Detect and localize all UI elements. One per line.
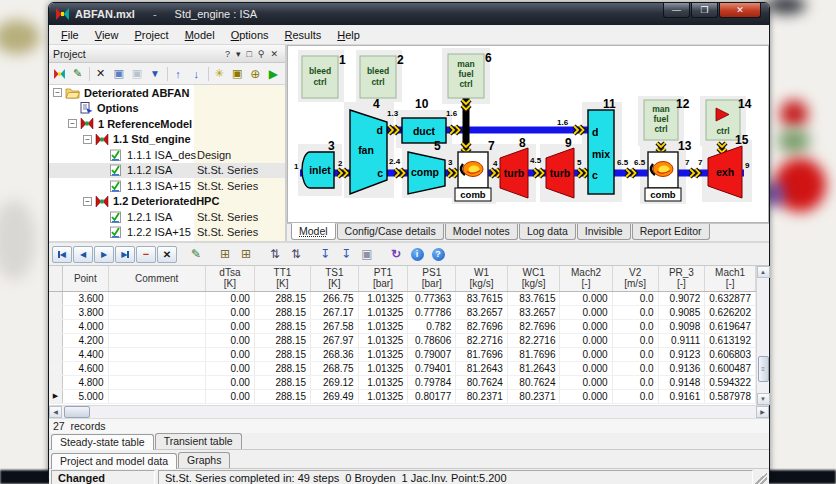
cell-comment[interactable] [108, 389, 205, 403]
cell-w1[interactable]: 82.7696 [456, 319, 508, 333]
cell-tt1[interactable]: 288.15 [254, 291, 310, 305]
cell-tt1[interactable]: 288.15 [254, 333, 310, 347]
cell-pt1[interactable]: 1.01325 [358, 389, 408, 403]
results-table[interactable]: PointCommentdTsa[K]TT1[K]TS1[K]PT1[bar]P… [49, 266, 756, 404]
cell-dtsa[interactable]: 0.00 [205, 347, 254, 361]
edit-case-icon[interactable]: ✎ [69, 65, 86, 83]
cell-ts1[interactable]: 267.58 [311, 319, 359, 333]
cell-mach1[interactable]: 0.587978 [705, 389, 756, 403]
cell-pr_3[interactable]: 0.9148 [658, 375, 705, 389]
table-row[interactable]: 4.2000.00288.15267.971.013250.7860682.27… [49, 333, 756, 347]
center-view-icon[interactable]: ▣ [229, 65, 246, 83]
tab-graphs[interactable]: Graphs [178, 452, 230, 468]
menu-results[interactable]: Results [277, 27, 330, 43]
table-row[interactable]: 4.8000.00288.15269.121.013250.7978480.76… [49, 375, 756, 389]
cell-mach1[interactable]: 0.626202 [705, 305, 756, 319]
menu-file[interactable]: File [53, 27, 87, 43]
cell-point[interactable]: 4.600 [63, 361, 108, 375]
paste-icon[interactable]: ▣ [128, 65, 145, 83]
table-row[interactable]: 4.4000.00288.15268.361.013250.7900781.76… [49, 347, 756, 361]
menu-project[interactable]: Project [126, 27, 176, 43]
panel-close-icon[interactable]: ✕ [267, 49, 281, 59]
cell-comment[interactable] [108, 361, 205, 375]
cell-pt1[interactable]: 1.01325 [358, 375, 408, 389]
column-header-pr_3[interactable]: PR_3[-] [658, 266, 705, 291]
cell-dtsa[interactable]: 0.00 [205, 361, 254, 375]
cell-mach1[interactable]: 0.619647 [705, 319, 756, 333]
cell-v2[interactable]: 0.0 [612, 319, 658, 333]
cell-wc1[interactable]: 80.7624 [507, 375, 560, 389]
cell-mach2[interactable]: 0.000 [560, 389, 612, 403]
cell-wc1[interactable]: 82.7696 [507, 319, 560, 333]
title-bar[interactable]: ABFAN.mxl - Std_engine : ISA — ❐ ✕ [49, 3, 769, 25]
tab-project-and-model-data[interactable]: Project and model data [51, 453, 177, 469]
panel-dropdown-icon[interactable]: ▾ [233, 49, 244, 59]
cell-dtsa[interactable]: 0.00 [205, 389, 254, 403]
move-down-icon[interactable]: ↓ [188, 65, 205, 83]
cell-tt1[interactable]: 288.15 [254, 305, 310, 319]
cell-ps1[interactable]: 0.77786 [408, 305, 456, 319]
cell-wc1[interactable]: 82.2716 [507, 333, 560, 347]
cell-pr_3[interactable]: 0.9072 [658, 291, 705, 305]
export-icon[interactable]: ↧ [315, 245, 335, 263]
record-prev-button[interactable]: ◀ [73, 246, 93, 263]
help-icon[interactable]: ? [428, 245, 448, 263]
cell-ts1[interactable]: 269.12 [311, 375, 359, 389]
cell-comment[interactable] [108, 347, 205, 361]
cell-mach1[interactable]: 0.606803 [705, 347, 756, 361]
cell-pt1[interactable]: 1.01325 [358, 291, 408, 305]
model-canvas[interactable]: bleed ctrl bleed ctrl man fuel ctr [287, 45, 769, 223]
cell-mach2[interactable]: 0.000 [560, 375, 612, 389]
table-row[interactable]: 4.0000.00288.15267.581.013250.78282.7696… [49, 319, 756, 333]
cell-mach2[interactable]: 0.000 [560, 333, 612, 347]
panel-maximize-icon[interactable]: □ [243, 49, 254, 59]
record-first-button[interactable]: ◀ [52, 246, 72, 263]
tab-report-editor[interactable]: Report Editor [632, 224, 710, 240]
cell-comment[interactable] [108, 291, 205, 305]
table-row[interactable]: 3.8000.00288.15267.171.013250.7778683.26… [49, 305, 756, 319]
cell-ts1[interactable]: 267.17 [311, 305, 359, 319]
cell-ps1[interactable]: 0.782 [408, 319, 456, 333]
insert-row-icon[interactable]: ⊞ [215, 245, 235, 263]
menu-model[interactable]: Model [177, 27, 223, 43]
column-header-tt1[interactable]: TT1[K] [254, 266, 310, 291]
tab-config-case-details[interactable]: Config/Case details [337, 224, 444, 240]
cell-dtsa[interactable]: 0.00 [205, 319, 254, 333]
cell-v2[interactable]: 0.0 [612, 333, 658, 347]
save-icon[interactable]: ▼ [146, 65, 163, 83]
cell-point[interactable]: 4.800 [63, 375, 108, 389]
cell-w1[interactable]: 80.7624 [456, 375, 508, 389]
cell-point[interactable]: 4.200 [63, 333, 108, 347]
inlet-component[interactable]: inlet [302, 152, 334, 188]
cell-comment[interactable] [108, 305, 205, 319]
tree-item-1-2-1-isa[interactable]: 1.2.1 ISASt.St. Series [49, 209, 285, 225]
cell-comment[interactable] [108, 333, 205, 347]
tree-item-1-1-3-isa-15[interactable]: 1.1.3 ISA+15St.St. Series [49, 178, 285, 194]
mixer-component[interactable]: d mix c [588, 110, 614, 194]
record-delete-button[interactable]: − [136, 246, 156, 263]
cell-tt1[interactable]: 288.15 [254, 347, 310, 361]
tree-item-1-1-std-engine[interactable]: −1.1 Std_engine [49, 132, 285, 148]
record-cancel-button[interactable]: ✕ [157, 246, 177, 263]
cell-w1[interactable]: 83.2657 [456, 305, 508, 319]
cell-ts1[interactable]: 269.49 [311, 389, 359, 403]
info-icon[interactable]: i [407, 245, 427, 263]
cell-mach1[interactable]: 0.594322 [705, 375, 756, 389]
cell-point[interactable]: 5.000 [63, 389, 108, 403]
cell-pt1[interactable]: 1.01325 [358, 361, 408, 375]
cell-point[interactable]: 3.600 [63, 291, 108, 305]
table-header[interactable]: PointCommentdTsa[K]TT1[K]TS1[K]PT1[bar]P… [49, 266, 756, 291]
column-header-v2[interactable]: V2[m/s] [612, 266, 658, 291]
scroll-right-icon[interactable]: ▶ [756, 406, 769, 418]
cell-v2[interactable]: 0.0 [612, 361, 658, 375]
scroll-up-icon[interactable]: ▲ [757, 266, 770, 278]
copy-icon[interactable]: ▣ [110, 65, 127, 83]
cell-w1[interactable]: 81.7696 [456, 347, 508, 361]
refresh-icon[interactable]: ↻ [386, 245, 406, 263]
cell-tt1[interactable]: 288.15 [254, 389, 310, 403]
cell-mach2[interactable]: 0.000 [560, 347, 612, 361]
cell-comment[interactable] [108, 375, 205, 389]
cell-dtsa[interactable]: 0.00 [205, 375, 254, 389]
cell-tt1[interactable]: 288.15 [254, 375, 310, 389]
tree-expander-icon[interactable]: − [83, 135, 92, 144]
